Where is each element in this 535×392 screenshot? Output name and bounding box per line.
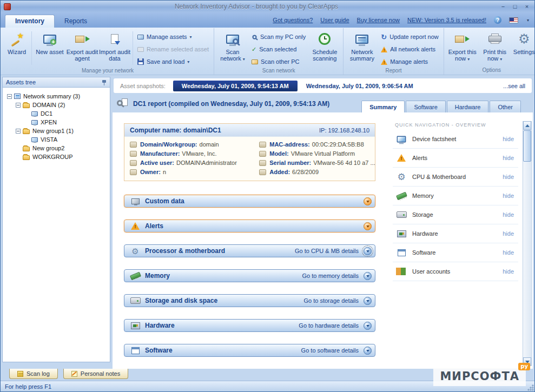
import-audit-data-button[interactable]: Import audit data <box>98 29 131 67</box>
quick-nav-user-accounts[interactable]: User accounts hide <box>393 262 518 281</box>
snapshot-other-button[interactable]: Wednesday, July 01, 2009, 9:06:54 AM <box>306 83 503 89</box>
manage-alerts-button[interactable]: ! Manage alerts <box>378 56 441 67</box>
quick-nav-memory[interactable]: Memory hide <box>393 187 518 205</box>
section-memory[interactable]: Memory Go to memory details <box>124 269 375 282</box>
tree-item-dc1[interactable]: DC1 <box>5 109 108 118</box>
section-custom-data[interactable]: Custom data <box>124 195 375 208</box>
pin-icon[interactable] <box>102 80 107 85</box>
see-all-link[interactable]: ...see all <box>503 83 525 89</box>
tree-item-xpen[interactable]: XPEN <box>5 118 108 127</box>
print-this-now-button[interactable]: Print this now ▾ <box>479 29 511 67</box>
quick-nav-storage[interactable]: Storage hide <box>393 205 518 224</box>
user-guide-link[interactable]: User guide <box>320 17 349 23</box>
collapse-chevron-icon[interactable] <box>364 247 372 255</box>
rename-selected-asset-button[interactable]: Rename selected asset <box>135 44 212 55</box>
maximize-button[interactable]: □ <box>511 3 519 11</box>
quick-nav-device-factsheet[interactable]: Device factsheet hide <box>393 130 518 149</box>
hide-link[interactable]: hide <box>503 211 514 218</box>
computer-ip: IP: 192.168.248.10 <box>319 127 369 134</box>
go-to-storage-details-link[interactable]: Go to storage details <box>303 297 359 304</box>
tab-software[interactable]: Software <box>406 101 445 112</box>
custom-data-icon <box>131 198 140 204</box>
save-and-load-button[interactable]: Save and load ▾ <box>135 56 212 67</box>
tab-summary[interactable]: Summary <box>361 101 405 112</box>
hide-link[interactable]: hide <box>503 249 514 256</box>
quick-nav-alerts[interactable]: ! Alerts hide <box>393 149 518 168</box>
manufacturer-icon <box>130 151 137 157</box>
tree-item-network-summary[interactable]: Network summary (3) <box>5 92 108 101</box>
scan-selected-button[interactable]: ✓ Scan selected <box>249 44 308 55</box>
section-software[interactable]: Software Go to software details <box>124 344 375 357</box>
hide-link[interactable]: hide <box>503 155 514 161</box>
help-icon[interactable]: ? <box>494 16 501 24</box>
tab-inventory[interactable]: Inventory <box>5 15 55 28</box>
section-alerts[interactable]: ! Alerts <box>124 220 375 232</box>
language-dropdown-icon[interactable]: ▾ <box>527 18 529 23</box>
expander-icon[interactable] <box>16 103 21 108</box>
expander-icon[interactable] <box>16 129 21 134</box>
quick-nav-cpu-motherboard[interactable]: ⚙ CPU & Motherboard hide <box>393 168 518 187</box>
tree-item-new-group1[interactable]: New group1 (1) <box>5 127 108 135</box>
new-asset-button[interactable]: + New asset <box>34 29 66 67</box>
new-version-link[interactable]: NEW: Version 3.5 is released! <box>407 17 486 23</box>
buy-license-link[interactable]: Buy license now <box>357 17 400 23</box>
hide-link[interactable]: hide <box>503 268 514 275</box>
tree-item-domain[interactable]: DOMAIN (2) <box>5 101 108 109</box>
expander-icon[interactable] <box>7 94 12 99</box>
collapse-chevron-icon[interactable] <box>364 297 372 305</box>
collapse-chevron-icon[interactable] <box>364 322 372 330</box>
content-column: Asset snapshots: Wednesday, July 01, 200… <box>113 77 533 369</box>
vertical-scrollbar[interactable] <box>523 121 532 366</box>
hide-link[interactable]: hide <box>503 230 514 237</box>
quick-nav-hardware[interactable]: Hardware hide <box>393 224 518 243</box>
hide-link[interactable]: hide <box>503 174 514 180</box>
update-report-now-button[interactable]: ↻ Update report now <box>378 31 441 42</box>
tree-item-vista[interactable]: VISTA <box>5 135 108 144</box>
rename-asset-icon <box>137 47 144 52</box>
scrollbar-thumb[interactable] <box>523 130 531 162</box>
hide-link[interactable]: hide <box>503 192 514 199</box>
go-to-memory-details-link[interactable]: Go to memory details <box>302 273 359 279</box>
window-controls: − □ × <box>499 3 531 11</box>
gear-icon: ⚙ <box>397 172 405 182</box>
export-this-now-button[interactable]: Export this now ▾ <box>446 29 479 67</box>
language-flag-icon[interactable] <box>509 17 518 23</box>
watermark: МИРСОФТА ру <box>433 368 526 386</box>
minimize-button[interactable]: − <box>499 3 507 11</box>
hardware-icon <box>397 230 406 237</box>
tab-other[interactable]: Other <box>490 101 521 112</box>
go-to-hardware-details-link[interactable]: Go to hardware details <box>299 322 359 329</box>
go-to-cpu-details-link[interactable]: Go to CPU & MB details <box>295 248 359 254</box>
scan-network-button[interactable]: Scan network ▾ <box>216 29 249 67</box>
section-processor-motherboard[interactable]: ⚙ Processor & motherboard Go to CPU & MB… <box>124 244 375 257</box>
snapshot-selected-button[interactable]: Wednesday, July 01, 2009, 9:54:13 AM <box>173 81 298 91</box>
collapse-chevron-icon[interactable] <box>364 197 372 205</box>
tab-hardware[interactable]: Hardware <box>447 101 489 112</box>
collapse-chevron-icon[interactable] <box>364 272 372 280</box>
collapse-chevron-icon[interactable] <box>364 347 372 355</box>
settings-button[interactable]: ⚙ Settings <box>511 29 535 67</box>
personal-notes-tab[interactable]: Personal notes <box>63 369 128 379</box>
schedule-scanning-button[interactable]: Schedule scanning <box>308 29 341 67</box>
hide-link[interactable]: hide <box>503 136 514 142</box>
export-audit-agent-button[interactable]: Export audit agent <box>66 29 98 67</box>
tree-item-workgroup[interactable]: WORKGROUP <box>5 152 108 161</box>
wizard-button[interactable]: ★ Wizard <box>4 29 30 67</box>
scan-log-tab[interactable]: Scan log <box>9 369 58 379</box>
scroll-up-button[interactable] <box>523 121 531 130</box>
section-hardware[interactable]: Hardware Go to hardware details <box>124 319 375 332</box>
close-button[interactable]: × <box>523 3 531 11</box>
all-network-alerts-button[interactable]: ! All network alerts <box>378 44 441 55</box>
section-storage[interactable]: Storage and disk space Go to storage det… <box>124 294 375 307</box>
tab-reports[interactable]: Reports <box>55 15 97 28</box>
memory-icon <box>396 191 407 200</box>
scan-other-pc-button[interactable]: Scan other PC <box>249 56 308 67</box>
scan-my-pc-only-button[interactable]: Scan my PC only <box>249 31 308 42</box>
go-to-software-details-link[interactable]: Go to software details <box>301 347 359 354</box>
tree-item-new-group2[interactable]: New group2 <box>5 144 108 152</box>
collapse-chevron-icon[interactable] <box>364 222 372 230</box>
network-summary-button[interactable]: Network summary <box>346 29 378 67</box>
quick-nav-software[interactable]: Software hide <box>393 243 518 262</box>
got-questions-link[interactable]: Got questions? <box>273 17 313 23</box>
manage-assets-button[interactable]: Manage assets ▾ <box>135 31 212 42</box>
